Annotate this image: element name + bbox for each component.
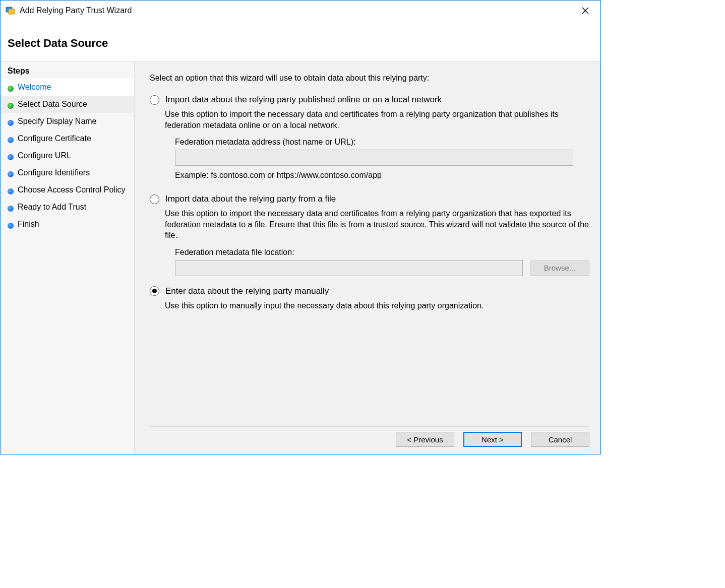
wizard-dialog: Add Relying Party Trust Wizard Select Da… xyxy=(0,0,601,454)
option-title: Enter data about the relying party manua… xyxy=(165,286,329,296)
steps-list: Welcome Select Data Source Specify Displ… xyxy=(1,79,134,233)
step-bullet-icon xyxy=(8,86,14,92)
close-icon xyxy=(582,7,589,14)
step-bullet-icon xyxy=(8,206,14,212)
close-button[interactable] xyxy=(575,3,595,18)
radio-import-online[interactable] xyxy=(150,95,159,105)
option-import-file: Import data about the relying party from… xyxy=(150,194,589,276)
step-label: Choose Access Control Policy xyxy=(18,185,125,194)
content-panel: Select an option that this wizard will u… xyxy=(134,61,600,454)
step-finish[interactable]: Finish xyxy=(1,216,134,233)
step-bullet-icon xyxy=(8,223,14,229)
step-label: Specify Display Name xyxy=(18,117,97,126)
step-bullet-icon xyxy=(8,188,14,194)
step-configure-url[interactable]: Configure URL xyxy=(1,147,134,164)
step-bullet-icon xyxy=(8,137,14,143)
metadata-address-label: Federation metadata address (host name o… xyxy=(175,138,589,147)
step-label: Select Data Source xyxy=(18,100,87,109)
option-description: Use this option to manually input the ne… xyxy=(165,300,589,311)
step-bullet-icon xyxy=(8,120,14,126)
steps-panel: Steps Welcome Select Data Source Specify… xyxy=(1,61,134,454)
metadata-file-label: Federation metadata file location: xyxy=(175,248,589,257)
step-label: Ready to Add Trust xyxy=(18,203,86,212)
metadata-address-input[interactable] xyxy=(175,150,573,166)
radio-import-file[interactable] xyxy=(150,194,159,204)
step-ready-to-add-trust[interactable]: Ready to Add Trust xyxy=(1,199,134,216)
option-description: Use this option to import the necessary … xyxy=(165,109,589,130)
step-label: Configure Identifiers xyxy=(18,168,90,177)
step-configure-identifiers[interactable]: Configure Identifiers xyxy=(1,164,134,181)
metadata-address-example: Example: fs.contoso.com or https://www.c… xyxy=(175,171,589,180)
step-bullet-icon xyxy=(8,154,14,160)
steps-header: Steps xyxy=(1,61,134,79)
previous-button[interactable]: < Previous xyxy=(396,432,454,447)
step-select-data-source[interactable]: Select Data Source xyxy=(1,96,134,113)
svg-rect-1 xyxy=(9,9,15,14)
option-import-online: Import data about the relying party publ… xyxy=(150,95,589,184)
step-bullet-icon xyxy=(8,171,14,177)
step-configure-certificate[interactable]: Configure Certificate xyxy=(1,130,134,147)
option-description: Use this option to import the necessary … xyxy=(165,208,589,241)
step-bullet-icon xyxy=(8,103,14,109)
next-button[interactable]: Next > xyxy=(463,432,522,447)
step-label: Configure URL xyxy=(18,151,71,160)
instruction-text: Select an option that this wizard will u… xyxy=(150,74,589,83)
step-label: Finish xyxy=(18,220,39,229)
window-title: Add Relying Party Trust Wizard xyxy=(20,6,575,15)
page-title: Select Data Source xyxy=(1,21,600,61)
option-title: Import data about the relying party publ… xyxy=(165,95,442,105)
browse-button[interactable]: Browse... xyxy=(530,260,589,276)
radio-manual[interactable] xyxy=(150,286,159,296)
option-title: Import data about the relying party from… xyxy=(165,194,336,204)
wizard-body: Steps Welcome Select Data Source Specify… xyxy=(1,61,600,454)
titlebar: Add Relying Party Trust Wizard xyxy=(1,1,600,21)
step-label: Welcome xyxy=(18,83,51,92)
step-label: Configure Certificate xyxy=(18,134,91,143)
metadata-file-input[interactable] xyxy=(175,260,523,276)
step-specify-display-name[interactable]: Specify Display Name xyxy=(1,113,134,130)
step-choose-access-control-policy[interactable]: Choose Access Control Policy xyxy=(1,181,134,199)
step-welcome[interactable]: Welcome xyxy=(1,79,134,96)
wizard-button-row: < Previous Next > Cancel xyxy=(150,426,589,449)
app-icon xyxy=(6,6,16,16)
option-manual: Enter data about the relying party manua… xyxy=(150,286,589,318)
cancel-button[interactable]: Cancel xyxy=(531,432,589,447)
